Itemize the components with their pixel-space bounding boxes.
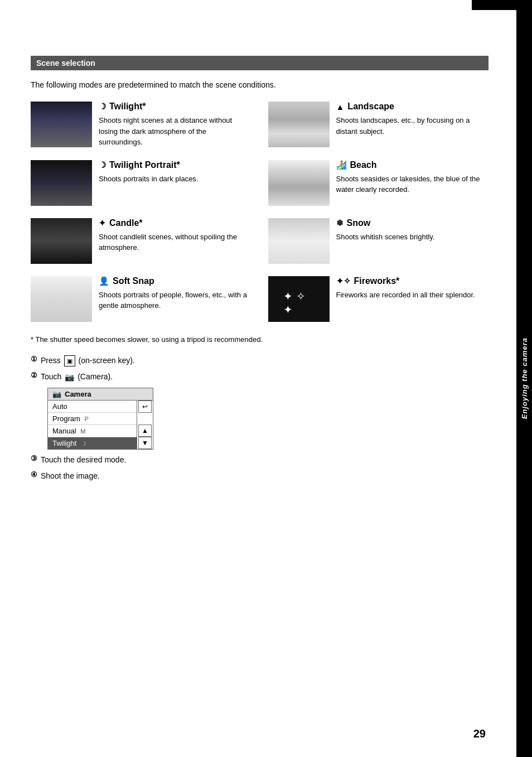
- camera-icon-inline: 📷: [65, 372, 74, 383]
- menu-row-auto-label: Auto: [52, 402, 67, 411]
- scene-info-snow: ❄ Snow Shoots whitish scenes brightly.: [336, 218, 489, 243]
- scene-image-twilight: [31, 102, 92, 147]
- step-2-text-after: (Camera).: [78, 372, 113, 381]
- intro-text: The following modes are predetermined to…: [31, 80, 489, 89]
- menu-row-program[interactable]: Program P: [48, 413, 137, 425]
- menu-up-button[interactable]: ▲: [138, 425, 152, 437]
- scene-item-beach: 🏄 Beach Shoots seasides or lakesides, th…: [268, 160, 489, 206]
- scene-title-snow: ❄ Snow: [336, 218, 489, 228]
- landscape-icon: ▲: [336, 102, 345, 112]
- scene-title-candle: ✦ Candle*: [99, 218, 252, 228]
- step-4-text: Shoot the image.: [41, 470, 100, 482]
- top-accent-bar: [472, 0, 516, 10]
- step-1-text: Press ▣ (on-screen key).: [41, 355, 135, 367]
- scene-desc-fireworks: Fireworks are recorded in all their sple…: [336, 290, 489, 301]
- scene-image-landscape: [268, 102, 330, 147]
- twilight-portrait-icon: ☽: [99, 160, 106, 170]
- twilight-icon: ☽: [99, 102, 106, 112]
- menu-diagram: 📷 Camera Auto Program P Manual: [47, 388, 153, 450]
- step-4: ④ Shoot the image.: [31, 470, 489, 482]
- sidebar-label: Enjoying the camera: [520, 337, 529, 419]
- scene-item-candle: ✦ Candle* Shoot candlelit scenes, withou…: [31, 218, 252, 264]
- scene-image-beach: [268, 160, 330, 206]
- scene-title-twilight: ☽ Twilight*: [99, 102, 252, 112]
- page-number: 29: [473, 727, 486, 740]
- scene-image-twilight-portrait: [31, 160, 92, 206]
- scene-item-fireworks: ✦✧ Fireworks* Fireworks are recorded in …: [268, 276, 489, 322]
- step-2-num: ②: [31, 371, 37, 379]
- menu-left-col: Auto Program P Manual M Twilight ☽: [48, 401, 137, 449]
- on-screen-key-icon: ▣: [64, 355, 75, 367]
- step-3-num: ③: [31, 454, 37, 462]
- scene-desc-snow: Shoots whitish scenes brightly.: [336, 232, 489, 243]
- step-2-text-before: Touch: [41, 372, 61, 381]
- scene-item-snow: ❄ Snow Shoots whitish scenes brightly.: [268, 218, 489, 264]
- beach-icon: 🏄: [336, 160, 347, 170]
- scene-info-beach: 🏄 Beach Shoots seasides or lakesides, th…: [336, 160, 489, 195]
- scene-item-landscape: ▲ Landscape Shoots landscapes, etc., by …: [268, 102, 489, 148]
- scene-title-twilight-portrait: ☽ Twilight Portrait*: [99, 160, 252, 170]
- menu-row-twilight[interactable]: Twilight ☽: [48, 437, 137, 449]
- scene-desc-softsnap: Shoots portraits of people, flowers, etc…: [99, 290, 252, 311]
- scene-desc-twilight-portrait: Shoots portraits in dark places.: [99, 173, 252, 185]
- fireworks-icon: ✦✧: [336, 276, 351, 286]
- scene-info-twilight: ☽ Twilight* Shoots night scenes at a dis…: [99, 102, 252, 148]
- scenes-grid: ☽ Twilight* Shoots night scenes at a dis…: [31, 102, 489, 322]
- step-2: ② Touch 📷 (Camera).: [31, 371, 489, 383]
- scene-info-twilight-portrait: ☽ Twilight Portrait* Shoots portraits in…: [99, 160, 252, 185]
- main-content: Scene selection The following modes are …: [0, 0, 516, 757]
- scene-item-twilight-portrait: ☽ Twilight Portrait* Shoots portraits in…: [31, 160, 252, 206]
- footnote: * The shutter speed becomes slower, so u…: [31, 335, 489, 344]
- scene-desc-candle: Shoot candlelit scenes, without spoiling…: [99, 232, 252, 253]
- scene-image-softsnap: [31, 276, 92, 322]
- snow-icon: ❄: [336, 218, 344, 228]
- steps-section: ① Press ▣ (on-screen key). ② Touch 📷 (Ca…: [31, 355, 489, 482]
- page-container: Scene selection The following modes are …: [0, 0, 532, 757]
- scene-image-snow: [268, 218, 330, 264]
- step-1-text-before: Press: [41, 356, 61, 365]
- scene-title-fireworks: ✦✧ Fireworks*: [336, 276, 489, 286]
- menu-right-col: ↩ ▲ ▼: [137, 401, 153, 449]
- scene-info-candle: ✦ Candle* Shoot candlelit scenes, withou…: [99, 218, 252, 253]
- scene-item-twilight: ☽ Twilight* Shoots night scenes at a dis…: [31, 102, 252, 148]
- menu-row-program-label: Program: [52, 414, 80, 423]
- section-header: Scene selection: [31, 56, 489, 70]
- scene-info-landscape: ▲ Landscape Shoots landscapes, etc., by …: [336, 102, 489, 137]
- softsnap-icon: 👤: [99, 276, 109, 286]
- scene-title-beach: 🏄 Beach: [336, 160, 489, 170]
- scene-info-fireworks: ✦✧ Fireworks* Fireworks are recorded in …: [336, 276, 489, 301]
- scene-title-softsnap: 👤 Soft Snap: [99, 276, 252, 286]
- step-3-text: Touch the desired mode.: [41, 454, 126, 466]
- candle-icon: ✦: [99, 218, 106, 228]
- scene-desc-beach: Shoots seasides or lakesides, the blue o…: [336, 173, 489, 195]
- menu-row-auto[interactable]: Auto: [48, 401, 137, 413]
- step-4-num: ④: [31, 470, 37, 479]
- scene-info-softsnap: 👤 Soft Snap Shoots portraits of people, …: [99, 276, 252, 311]
- menu-rows: Auto Program P Manual M Twilight ☽: [48, 401, 153, 449]
- step-1: ① Press ▣ (on-screen key).: [31, 355, 489, 367]
- menu-diagram-header: 📷 Camera: [48, 388, 153, 401]
- scene-desc-twilight: Shoots night scenes at a distance withou…: [99, 115, 252, 148]
- menu-down-button[interactable]: ▼: [138, 437, 152, 449]
- scene-title-landscape: ▲ Landscape: [336, 102, 489, 112]
- right-sidebar-tab: Enjoying the camera: [516, 0, 532, 757]
- scene-image-candle: [31, 218, 92, 264]
- scene-item-softsnap: 👤 Soft Snap Shoots portraits of people, …: [31, 276, 252, 322]
- menu-row-manual[interactable]: Manual M: [48, 425, 137, 437]
- menu-row-program-letter: P: [84, 416, 88, 422]
- menu-header-label: Camera: [65, 390, 91, 398]
- scene-image-fireworks: [268, 276, 330, 322]
- menu-row-twilight-letter: ☽: [81, 440, 86, 447]
- menu-row-manual-letter: M: [80, 428, 85, 435]
- menu-camera-icon: 📷: [52, 390, 61, 398]
- menu-back-button[interactable]: ↩: [138, 401, 152, 413]
- scene-desc-landscape: Shoots landscapes, etc., by focusing on …: [336, 115, 489, 137]
- menu-row-manual-label: Manual: [52, 427, 76, 435]
- step-1-text-after: (on-screen key).: [79, 356, 135, 365]
- step-1-num: ①: [31, 355, 37, 363]
- step-3: ③ Touch the desired mode.: [31, 454, 489, 466]
- section-title: Scene selection: [36, 59, 95, 67]
- step-2-text: Touch 📷 (Camera).: [41, 371, 113, 383]
- menu-row-twilight-label: Twilight: [52, 439, 76, 447]
